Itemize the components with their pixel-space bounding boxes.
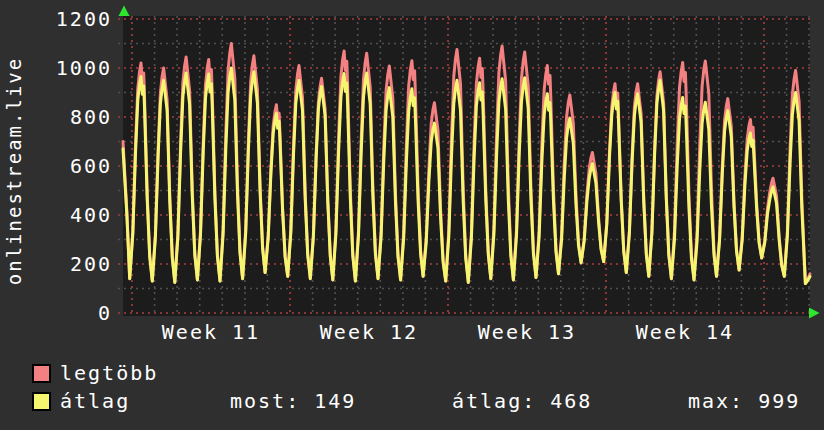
y-axis-arrow-icon [119, 6, 130, 17]
x-tick-label: Week 11 [121, 322, 301, 343]
y-tick-label: 200 [0, 254, 112, 275]
y-tick-label: 600 [0, 156, 112, 177]
y-tick-label: 1000 [0, 58, 112, 79]
stat-most: most: 149 [230, 391, 356, 411]
stat-atlag: átlag: 468 [452, 391, 592, 411]
x-tick-label: Week 14 [595, 322, 775, 343]
x-axis-arrow-icon [809, 308, 820, 319]
x-tick-label: Week 12 [279, 322, 459, 343]
stat-max: max: 999 [688, 391, 800, 411]
rrd-graph-container: onlinestream.live 020040060080010001200 … [0, 0, 824, 430]
legend-swatch-legtobb [32, 364, 51, 383]
legend-label-atlag: átlag [60, 391, 130, 411]
legend-label-legtobb: legtöbb [60, 363, 158, 383]
y-tick-label: 0 [0, 303, 112, 324]
y-tick-label: 1200 [0, 9, 112, 30]
y-tick-label: 800 [0, 107, 112, 128]
y-tick-label: 400 [0, 205, 112, 226]
x-tick-label: Week 13 [437, 322, 617, 343]
legend-swatch-atlag [32, 392, 51, 411]
